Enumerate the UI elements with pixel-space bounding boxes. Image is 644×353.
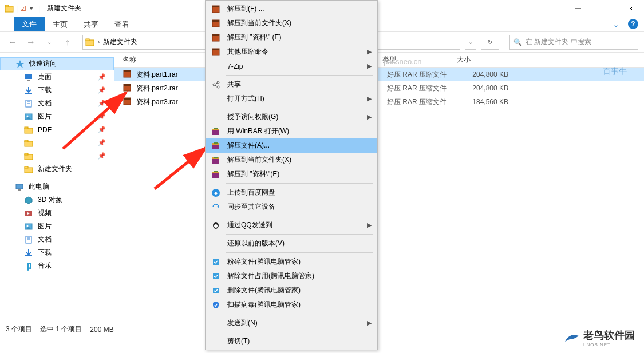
sync-icon — [210, 201, 222, 213]
menu-item[interactable]: 发送到(N)▶ — [206, 316, 377, 330]
tx-icon — [210, 285, 222, 296]
sidebar-item[interactable]: 文档📌 — [0, 97, 114, 110]
sidebar-item[interactable]: 桌面📌 — [0, 70, 114, 84]
pictures-icon — [24, 222, 33, 231]
menu-item[interactable]: 解压到(F) ... — [206, 2, 377, 16]
rar-icon — [210, 46, 222, 58]
maximize-button[interactable] — [591, 0, 618, 17]
menu-item[interactable]: 解压到 "资料\"(E) — [206, 167, 377, 181]
sidebar-item[interactable]: 图片📌 — [0, 110, 114, 123]
rar-icon — [123, 83, 133, 93]
menu-item[interactable]: 授予访问权限(G)▶ — [206, 110, 377, 124]
sidebar-item[interactable]: 图片 — [0, 220, 114, 233]
search-placeholder: 在 新建文件夹 中搜索 — [526, 37, 591, 47]
sidebar-item-label: 视频 — [38, 208, 52, 218]
menu-item-label: 授予访问权限(G) — [227, 112, 278, 122]
refresh-button[interactable]: ↻ — [481, 35, 499, 50]
svg-rect-11 — [25, 93, 32, 94]
menu-item-label: 解压到 "资料\"(E) — [227, 169, 279, 179]
svg-rect-3 — [602, 6, 607, 11]
sidebar-item[interactable]: 视频 — [0, 207, 114, 220]
menu-item[interactable]: 解压到当前文件夹(X) — [206, 153, 377, 167]
menu-item[interactable]: 上传到百度网盘 — [206, 185, 377, 200]
recent-dropdown[interactable]: ⌄ — [42, 35, 56, 49]
window-title: 新建文件夹 — [47, 3, 81, 13]
sidebar-item-label: 新建文件夹 — [38, 164, 72, 174]
address-dropdown[interactable]: ⌄ — [465, 35, 476, 50]
sidebar-this-pc[interactable]: 此电脑 — [0, 180, 114, 193]
menu-item[interactable]: 通过QQ发送到▶ — [206, 218, 377, 232]
ribbon-expand-icon[interactable]: ⌄ — [613, 21, 619, 29]
qat-checkbox-icon[interactable]: ☑ — [20, 5, 26, 13]
up-button[interactable]: ↑ — [61, 35, 74, 49]
menu-item[interactable]: 解除文件占用(腾讯电脑管家) — [206, 269, 377, 283]
menu-item[interactable]: 共享 — [206, 77, 377, 92]
menu-item[interactable]: 解压文件(A)... — [206, 138, 377, 153]
menu-separator — [226, 75, 373, 76]
folder-icon — [24, 138, 33, 148]
logo-subtext: LNQS.NET — [583, 342, 635, 347]
star-icon — [15, 60, 25, 69]
sidebar-item[interactable]: 📌 — [0, 136, 114, 149]
menu-item-label: 剪切(T) — [227, 336, 250, 346]
sidebar-item[interactable]: 文档 — [0, 233, 114, 246]
breadcrumb[interactable]: 新建文件夹 — [103, 37, 137, 47]
pin-icon: 📌 — [98, 73, 106, 81]
blank-icon — [210, 238, 222, 249]
file-row[interactable]: 资料.part1.rar好压 RAR 压缩文件204,800 KB — [114, 68, 644, 81]
close-button[interactable] — [618, 0, 644, 17]
sidebar-item[interactable]: 新建文件夹 — [0, 162, 114, 176]
pin-icon: 📌 — [98, 152, 106, 160]
menu-item[interactable]: 解压到当前文件夹(X) — [206, 16, 377, 30]
svg-rect-42 — [212, 6, 219, 7]
column-size[interactable]: 大小 — [453, 55, 505, 65]
sidebar-item[interactable]: PDF📌 — [0, 123, 114, 136]
folder-icon — [5, 4, 14, 13]
file-tab[interactable]: 文件 — [14, 17, 45, 31]
back-button[interactable]: ← — [6, 35, 19, 49]
sidebar-quick-access[interactable]: 快速访问 — [0, 57, 114, 70]
menu-item[interactable]: 扫描病毒(腾讯电脑管家) — [206, 298, 377, 312]
menu-item-label: 还原以前的版本(V) — [227, 239, 285, 248]
sidebar-item[interactable]: 3D 对象 — [0, 193, 114, 207]
menu-item[interactable]: 其他压缩命令▶ — [206, 45, 377, 59]
tab-home[interactable]: 主页 — [45, 17, 76, 31]
menu-item[interactable]: 剪切(T) — [206, 334, 377, 348]
svg-rect-9 — [25, 74, 32, 79]
folder-icon — [24, 152, 33, 161]
svg-rect-44 — [212, 20, 219, 22]
qq-icon — [210, 220, 222, 231]
sidebar-item[interactable]: 📌 — [0, 149, 114, 162]
menu-item[interactable]: 同步至其它设备 — [206, 200, 377, 214]
menu-item[interactable]: 打开方式(H)▶ — [206, 92, 377, 106]
tab-view[interactable]: 查看 — [106, 17, 137, 31]
blank-icon — [210, 93, 222, 105]
sidebar-item[interactable]: 音乐 — [0, 259, 114, 272]
menu-item[interactable]: 粉碎文件(腾讯电脑管家) — [206, 255, 377, 269]
sidebar-item[interactable]: 下载📌 — [0, 84, 114, 97]
file-row[interactable]: 资料.part3.rar好压 RAR 压缩文件184,560 KB — [114, 95, 644, 109]
menu-item[interactable]: 解压到 "资料\" (E) — [206, 30, 377, 45]
column-type[interactable]: 类型 — [379, 55, 453, 65]
menu-item-label: 用 WinRAR 打开(W) — [227, 126, 289, 136]
svg-rect-65 — [214, 171, 218, 172]
rar-icon — [210, 32, 222, 43]
menu-item[interactable]: 用 WinRAR 打开(W) — [206, 124, 377, 138]
minimize-button[interactable] — [565, 0, 591, 17]
tab-share[interactable]: 共享 — [76, 17, 106, 31]
sidebar-item[interactable]: 下载 — [0, 246, 114, 259]
status-selected: 选中 1 个项目 — [40, 324, 82, 334]
file-row[interactable]: 资料.part2.rar好压 RAR 压缩文件204,800 KB — [114, 81, 644, 95]
menu-item[interactable]: 删除文件(腾讯电脑管家) — [206, 283, 377, 298]
menu-item-label: 7-Zip — [227, 62, 243, 70]
pin-icon: 📌 — [98, 113, 106, 120]
svg-rect-40 — [124, 98, 131, 100]
svg-rect-1 — [5, 5, 9, 7]
menu-item[interactable]: 7-Zip▶ — [206, 59, 377, 73]
help-icon[interactable]: ? — [628, 19, 638, 29]
search-input[interactable]: 🔍 在 新建文件夹 中搜索 — [509, 35, 638, 50]
menu-item[interactable]: 还原以前的版本(V) — [206, 236, 377, 251]
forward-button[interactable]: → — [24, 35, 38, 49]
qat-dropdown-icon[interactable]: ▼ — [29, 6, 34, 11]
svg-rect-18 — [25, 127, 28, 129]
